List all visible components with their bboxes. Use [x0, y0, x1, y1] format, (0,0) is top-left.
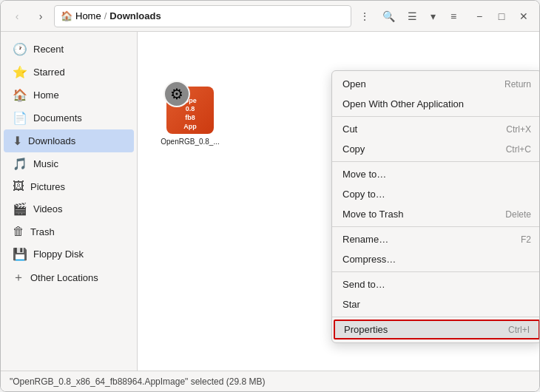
music-icon: 🎵 [13, 157, 27, 171]
file-item-appimage[interactable]: ⚙ Ope0.8fb8App OpenRGB_0.8_... [157, 81, 223, 152]
sidebar-label-music: Music [33, 158, 58, 169]
file-name-label: OpenRGB_0.8_... [161, 137, 220, 146]
sidebar-label-downloads: Downloads [28, 135, 75, 146]
pictures-icon: 🖼 [13, 180, 24, 193]
breadcrumb-home[interactable]: Home [75, 10, 101, 21]
downloads-icon: ⬇ [13, 134, 22, 148]
context-menu-cut[interactable]: Cut Ctrl+X [332, 119, 539, 139]
ctx-separator-2 [332, 161, 539, 162]
videos-icon: 🎬 [13, 202, 27, 216]
context-menu-open[interactable]: Open Return [332, 74, 539, 94]
context-menu-rename[interactable]: Rename… F2 [332, 229, 539, 249]
maximize-button[interactable]: □ [492, 7, 511, 26]
statusbar: "OpenRGB_0.8_x86_64_fb88964.AppImage" se… [1, 371, 539, 391]
sidebar-item-downloads[interactable]: ⬇ Downloads [4, 129, 134, 152]
ctx-rename-label: Rename… [342, 234, 388, 245]
ctx-open-with-label: Open With Other Application [342, 98, 464, 109]
back-button[interactable]: ‹ [7, 6, 27, 27]
ctx-properties-label: Properties [344, 324, 388, 335]
sidebar-item-documents[interactable]: 📄 Documents [4, 107, 134, 129]
context-menu-copy[interactable]: Copy Ctrl+C [332, 139, 539, 159]
context-menu-move-to[interactable]: Move to… [332, 164, 539, 184]
sidebar-item-recent[interactable]: 🕐 Recent [4, 38, 134, 61]
breadcrumb-separator: / [104, 10, 107, 21]
sidebar-label-home: Home [33, 89, 59, 101]
recent-icon: 🕐 [13, 42, 27, 56]
sidebar-item-trash[interactable]: 🗑 Trash [4, 220, 134, 243]
view-list-button[interactable]: ☰ [402, 6, 422, 27]
ctx-move-to-label: Move to… [342, 169, 386, 180]
ctx-compress-label: Compress… [342, 254, 396, 265]
home-folder-icon: 🏠 [13, 88, 27, 102]
sidebar-label-other: Other Locations [30, 272, 98, 283]
ctx-copy-label: Copy [342, 143, 365, 155]
ctx-rename-shortcut: F2 [521, 234, 531, 245]
sidebar-label-recent: Recent [33, 44, 64, 55]
context-menu-move-trash[interactable]: Move to Trash Delete [332, 204, 539, 224]
ctx-cut-label: Cut [342, 124, 357, 135]
sidebar-item-videos[interactable]: 🎬 Videos [4, 197, 134, 220]
context-menu-star[interactable]: Star [332, 294, 539, 314]
minimize-button[interactable]: − [470, 7, 489, 26]
ctx-separator-4 [332, 271, 539, 272]
sidebar-label-trash: Trash [30, 226, 55, 237]
ctx-open-shortcut: Return [504, 79, 531, 89]
ctx-copy-to-label: Copy to… [342, 189, 385, 200]
view-options: ☰ ▾ ≡ [402, 6, 464, 27]
context-menu-compress[interactable]: Compress… [332, 249, 539, 269]
context-menu-open-with[interactable]: Open With Other Application [332, 94, 539, 114]
ctx-separator-1 [332, 116, 539, 117]
file-manager-window: ‹ › 🏠 Home / Downloads ⋮ 🔍 ☰ ▾ ≡ − □ ✕ 🕐… [0, 0, 540, 392]
sidebar-label-documents: Documents [33, 112, 82, 124]
gear-overlay-icon: ⚙ [163, 81, 190, 107]
breadcrumb-current: Downloads [109, 10, 161, 21]
trash-icon: 🗑 [13, 225, 24, 238]
forward-button[interactable]: › [30, 6, 51, 27]
sidebar-item-music[interactable]: 🎵 Music [4, 152, 134, 175]
sidebar-label-floppy: Floppy Disk [33, 249, 84, 260]
ctx-copy-shortcut: Ctrl+C [506, 144, 531, 155]
ctx-star-label: Star [342, 299, 360, 310]
breadcrumb-bar[interactable]: 🏠 Home / Downloads [54, 5, 351, 27]
close-button[interactable]: ✕ [514, 7, 533, 26]
ctx-properties-shortcut: Ctrl+I [508, 325, 530, 335]
file-icon-container: ⚙ Ope0.8fb8App [166, 87, 214, 134]
context-menu-copy-to[interactable]: Copy to… [332, 184, 539, 204]
documents-icon: 📄 [13, 111, 27, 125]
sidebar-label-pictures: Pictures [30, 181, 65, 192]
context-menu-properties[interactable]: Properties Ctrl+I [334, 320, 539, 339]
window-controls: − □ ✕ [470, 7, 533, 26]
ctx-move-trash-label: Move to Trash [342, 209, 403, 220]
view-dropdown-button[interactable]: ▾ [422, 6, 443, 27]
sidebar-label-starred: Starred [33, 67, 65, 78]
ctx-separator-5 [332, 317, 539, 317]
more-options-button[interactable]: ⋮ [354, 6, 375, 27]
view-menu-button[interactable]: ≡ [443, 6, 464, 27]
statusbar-text: "OpenRGB_0.8_x86_64_fb88964.AppImage" se… [10, 376, 265, 387]
file-content-area[interactable]: ⚙ Ope0.8fb8App OpenRGB_0.8_... Open Retu… [138, 32, 539, 371]
home-icon: 🏠 [61, 10, 72, 21]
ctx-send-to-label: Send to… [342, 279, 385, 290]
ctx-open-label: Open [342, 78, 366, 89]
sidebar-item-pictures[interactable]: 🖼 Pictures [4, 175, 134, 197]
main-area: 🕐 Recent ⭐ Starred 🏠 Home 📄 Documents ⬇ … [1, 32, 539, 371]
floppy-icon: 💾 [13, 247, 27, 261]
ctx-separator-3 [332, 226, 539, 227]
starred-icon: ⭐ [13, 65, 27, 79]
sidebar-item-floppy[interactable]: 💾 Floppy Disk [4, 243, 134, 266]
ctx-move-trash-shortcut: Delete [505, 209, 531, 220]
sidebar-item-starred[interactable]: ⭐ Starred [4, 61, 134, 84]
context-menu: Open Return Open With Other Application … [331, 70, 539, 343]
sidebar-item-home[interactable]: 🏠 Home [4, 84, 134, 107]
sidebar-label-videos: Videos [33, 203, 63, 214]
other-locations-icon: ＋ [13, 270, 24, 285]
sidebar: 🕐 Recent ⭐ Starred 🏠 Home 📄 Documents ⬇ … [1, 32, 138, 371]
titlebar: ‹ › 🏠 Home / Downloads ⋮ 🔍 ☰ ▾ ≡ − □ ✕ [1, 1, 539, 32]
ctx-cut-shortcut: Ctrl+X [506, 124, 531, 135]
search-button[interactable]: 🔍 [378, 6, 399, 27]
sidebar-item-other[interactable]: ＋ Other Locations [4, 266, 134, 290]
context-menu-send-to[interactable]: Send to… [332, 274, 539, 294]
